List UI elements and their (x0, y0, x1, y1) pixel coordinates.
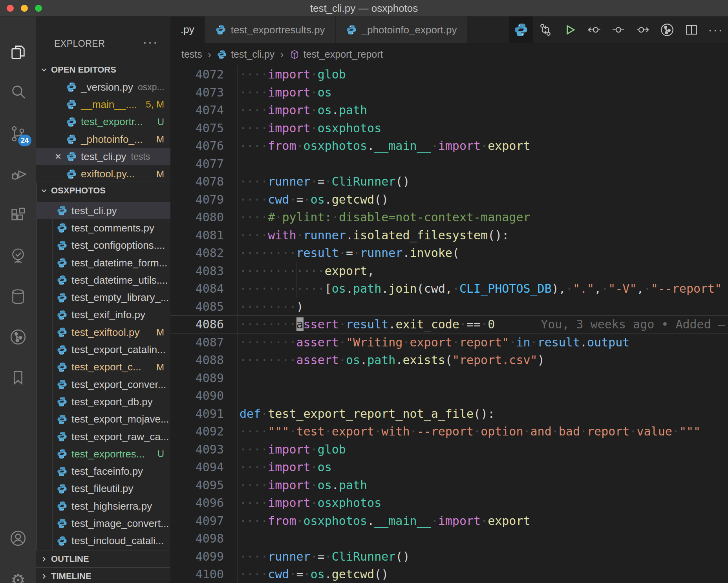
close-icon[interactable]: × (53, 150, 64, 163)
code-line[interactable]: 4072····import·glob (170, 66, 728, 84)
code-line[interactable]: 4090 (170, 387, 728, 405)
breadcrumb-item[interactable]: tests (181, 49, 202, 60)
section-label: TIMELINE (51, 571, 91, 581)
code-line[interactable]: 4080····#·pylint:·disable=not-context-ma… (170, 208, 728, 226)
sidebar-more-actions-icon[interactable]: ··· (143, 35, 158, 49)
python-file-icon (57, 275, 68, 286)
git-graph-circle-icon[interactable] (655, 16, 679, 43)
settings-gear-icon[interactable]: ⚙ (0, 570, 36, 583)
git-compare-icon[interactable] (533, 16, 558, 43)
file-row[interactable]: test_image_convert... (36, 515, 170, 532)
continue-icon[interactable] (631, 16, 655, 43)
file-row[interactable]: test_empty_library_... (36, 289, 170, 306)
python-interpreter-icon[interactable] (509, 16, 533, 43)
extensions-icon[interactable] (0, 206, 36, 225)
line-content: ····import·os.path (240, 101, 728, 119)
run-debug-icon[interactable] (0, 164, 36, 183)
open-editor-row[interactable]: exiftool.py...M (36, 165, 170, 182)
code-line[interactable]: 4085········) (170, 298, 728, 316)
breadcrumb-item[interactable]: test_export_report (304, 49, 383, 60)
section-open-editors[interactable]: OPEN EDITORS (36, 61, 170, 78)
file-row[interactable]: test_export_conver... (36, 376, 170, 393)
code-line[interactable]: 4092····"""·test·export·with·--report·op… (170, 423, 728, 441)
code-line[interactable]: 4100····cwd·=·os.getcwd() (170, 565, 728, 583)
code-line[interactable]: 4088········assert·os.path.exists("repor… (170, 351, 728, 369)
file-row[interactable]: test_export_c...M (36, 359, 170, 376)
code-line[interactable]: 4097····from·osxphotos.__main__·import·e… (170, 512, 728, 530)
code-token: glob (318, 443, 346, 456)
code-line[interactable]: 4083············export, (170, 262, 728, 280)
section-timeline[interactable]: TIMELINE (36, 567, 170, 583)
code-line[interactable]: 4094····import·os (170, 458, 728, 476)
code-line[interactable]: 4091def·test_export_report_not_a_file(): (170, 405, 728, 423)
bookmark-icon[interactable] (0, 368, 36, 387)
source-control-icon[interactable]: 24 (0, 124, 36, 143)
code-line[interactable]: 4089 (170, 369, 728, 387)
code-line[interactable]: 4086········assert·result.exit_code·==·0… (170, 315, 728, 333)
explorer-icon[interactable] (0, 42, 36, 61)
file-row[interactable]: test_export_db.py (36, 393, 170, 410)
code-line[interactable]: 4099····runner·=·CliRunner() (170, 548, 728, 566)
search-icon[interactable] (0, 83, 36, 102)
code-line[interactable]: 4081····with·runner.isolated_filesystem(… (170, 226, 728, 244)
database-icon[interactable] (0, 287, 36, 306)
python-file-icon (57, 396, 68, 407)
file-row[interactable]: test_comments.py (36, 219, 170, 237)
file-name: test_highsierra.py (71, 500, 152, 512)
run-file-icon[interactable] (558, 16, 582, 43)
code-line[interactable]: 4098 (170, 530, 728, 548)
file-row[interactable]: test_fileutil.py (36, 480, 170, 497)
run-dot-icon[interactable] (606, 16, 631, 43)
more-actions-icon[interactable]: ··· (704, 16, 728, 43)
file-row[interactable]: test_export_catalin... (36, 341, 170, 358)
code-token: . (332, 478, 339, 492)
file-row[interactable]: test_export_raw_ca... (36, 428, 170, 445)
code-line[interactable]: 4079····cwd·=·os.getcwd() (170, 191, 728, 209)
section-osxphotos[interactable]: OSXPHOTOS (36, 182, 170, 199)
code-line[interactable]: 4087········assert·"Writing·export·repor… (170, 333, 728, 352)
open-editor-row[interactable]: _photoinfo_...M (36, 131, 170, 148)
tab[interactable]: .py (170, 16, 205, 43)
code-line[interactable]: 4096····import·osxphotos (170, 494, 728, 512)
tab-bar: .pytest_exportresults.py_photoinfo_expor… (170, 16, 728, 43)
file-row[interactable]: test_incloud_catali... (36, 532, 170, 550)
file-row[interactable]: test_configoptions.... (36, 237, 170, 254)
section-outline[interactable]: OUTLINE (36, 550, 170, 568)
code-line[interactable]: 4076····from·osxphotos.__main__·import·e… (170, 137, 728, 155)
code-line[interactable]: 4082········result·=·runner.invoke( (170, 244, 728, 262)
file-row[interactable]: test_cli.py (36, 202, 170, 219)
file-row[interactable]: test_exiftool.pyM (36, 324, 170, 341)
open-editor-row[interactable]: _version.pyosxp... (36, 78, 170, 96)
tab[interactable]: _photoinfo_export.py (336, 16, 468, 43)
code-line[interactable]: 4075····import·osxphotos (170, 119, 728, 137)
git-graph-icon[interactable] (0, 328, 36, 346)
code-token: ···· (240, 514, 268, 528)
python-file-icon (57, 222, 68, 233)
file-row[interactable]: test_exif_info.py (36, 306, 170, 324)
code-line[interactable]: 4077 (170, 155, 728, 173)
file-row[interactable]: test_datetime_utils.... (36, 271, 170, 289)
file-row[interactable]: test_highsierra.py (36, 497, 170, 515)
open-editor-row[interactable]: __main__....5, M (36, 96, 170, 113)
tab[interactable]: test_exportresults.py (205, 16, 336, 43)
code-line[interactable]: 4073····import·os (170, 84, 728, 102)
code-line[interactable]: 4093····import·glob (170, 441, 728, 459)
test-tree-icon[interactable] (0, 246, 36, 265)
code-line[interactable]: 4074····import·os.path (170, 101, 728, 119)
file-row[interactable]: test_exportres...U (36, 445, 170, 463)
code-token: exit_code (395, 317, 459, 331)
open-editor-row[interactable]: ×test_cli.pytests (36, 148, 170, 165)
code-line[interactable]: 4095····import·os.path (170, 476, 728, 494)
reverse-continue-icon[interactable] (582, 16, 606, 43)
code-line[interactable]: 4078····runner·=·CliRunner() (170, 173, 728, 191)
code-line[interactable]: 4084············[os.path.join(cwd,·CLI_P… (170, 280, 728, 298)
file-row[interactable]: test_datetime_form... (36, 254, 170, 271)
file-row[interactable]: test_export_mojave... (36, 411, 170, 428)
split-editor-icon[interactable] (679, 16, 704, 43)
code-editor[interactable]: 4072····import·glob4073····import·os4074… (170, 66, 728, 583)
breadcrumb-item[interactable]: test_cli.py (231, 49, 274, 60)
file-row[interactable]: test_faceinfo.py (36, 463, 170, 480)
open-editor-row[interactable]: test_exportr...U (36, 113, 170, 131)
account-icon[interactable] (0, 529, 36, 548)
file-name: test_configoptions.... (71, 239, 165, 251)
